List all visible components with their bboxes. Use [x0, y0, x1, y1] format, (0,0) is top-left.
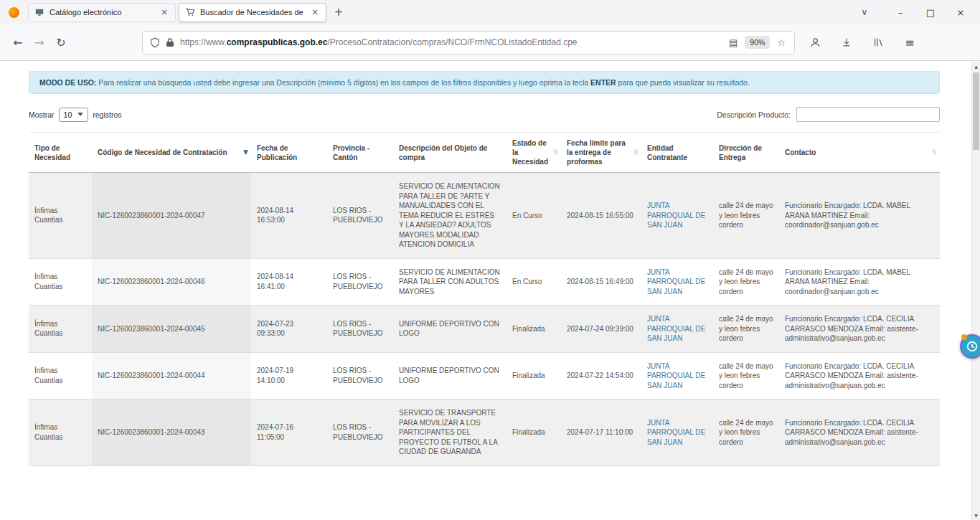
- cell-provincia: LOS RIOS - PUEBLOVIEJO: [327, 306, 393, 353]
- widget-badge: [961, 334, 967, 340]
- cell-descripcion: UNIFORME DEPORTIVO CON LOGO: [393, 306, 507, 353]
- account-icon[interactable]: [806, 34, 824, 51]
- catalogo-favicon-icon: [34, 7, 44, 17]
- cell-fecha_publicacion: 2024-08-14 16:53:00: [251, 173, 327, 259]
- tab-title: Catálogo electrónico: [50, 8, 154, 16]
- table-header-row: Tipo de NecesidadCódigo de Necesidad de …: [29, 133, 940, 173]
- cell-descripcion: SERVICIO DE ALIMENTACION PARA TALLER CON…: [393, 258, 507, 306]
- column-header[interactable]: Provincia - Cantón: [327, 133, 393, 173]
- scrollbar-thumb[interactable]: [973, 72, 979, 150]
- firefox-logo-icon[interactable]: [9, 7, 19, 18]
- column-header[interactable]: Dirección de Entrega: [713, 133, 779, 173]
- downloads-icon[interactable]: [838, 34, 855, 51]
- table-row: Ínfimas CuantiasNIC-1260023860001-2024-0…: [29, 352, 940, 400]
- cell-contacto: Funcionario Encargado: LCDA. CECILIA CAR…: [779, 306, 940, 353]
- cell-fecha_limite: 2024-08-15 16:49:00: [561, 258, 641, 306]
- banner-prefix: MODO DE USO:: [39, 78, 96, 87]
- column-header[interactable]: Código de Necesidad de Contratación▼: [92, 133, 251, 173]
- banner-text: para que pueda visualizar su resultado.: [616, 78, 750, 87]
- table-body: Ínfimas CuantiasNIC-1260023860001-2024-0…: [29, 173, 940, 466]
- cell-codigo: NIC-1260023860001-2024-00046: [92, 258, 251, 306]
- minimize-button[interactable]: –: [885, 1, 915, 24]
- cell-provincia: LOS RIOS - PUEBLOVIEJO: [327, 173, 393, 259]
- table-row: Ínfimas CuantiasNIC-1260023860001-2024-0…: [29, 306, 940, 353]
- cell-codigo: NIC-1260023860001-2024-00044: [92, 352, 251, 400]
- accessibility-widget-button[interactable]: [960, 334, 980, 359]
- cell-provincia: LOS RIOS - PUEBLOVIEJO: [327, 258, 393, 306]
- tracking-protection-shield-icon[interactable]: [150, 37, 160, 48]
- reader-mode-icon[interactable]: ▤: [727, 37, 739, 48]
- cell-entidad[interactable]: JUNTA PARROQUIAL DE SAN JUAN: [641, 400, 713, 466]
- new-tab-button[interactable]: +: [329, 3, 348, 22]
- banner-text: Para realizar una búsqueda usted debe in…: [96, 78, 590, 87]
- zoom-level-button[interactable]: 90%: [745, 36, 770, 49]
- navigation-toolbar: ← → ↻ https://www.compraspublicas.gob.ec…: [0, 24, 980, 61]
- usage-banner: MODO DE USO: Para realizar una búsqueda …: [29, 71, 940, 94]
- product-filter: Descripción Producto:: [717, 107, 940, 122]
- bookmark-star-icon[interactable]: ☆: [776, 37, 787, 48]
- show-label: Mostrar: [29, 110, 55, 119]
- cell-entidad[interactable]: JUNTA PARROQUIAL DE SAN JUAN: [641, 173, 713, 259]
- banner-enter-word: ENTER: [590, 78, 616, 87]
- cell-entidad[interactable]: JUNTA PARROQUIAL DE SAN JUAN: [641, 258, 713, 306]
- column-header[interactable]: Contacto⇅: [779, 133, 940, 173]
- vertical-scrollbar[interactable]: ▲ ▼: [971, 62, 980, 520]
- cell-entidad[interactable]: JUNTA PARROQUIAL DE SAN JUAN: [641, 352, 713, 400]
- maximize-button[interactable]: □: [915, 1, 946, 24]
- table-controls: Mostrar 10 registros Descripción Product…: [29, 107, 940, 122]
- cell-estado: En Curso: [507, 258, 561, 306]
- url-bar[interactable]: https://www.compraspublicas.gob.ec/Proce…: [142, 31, 795, 55]
- cell-direccion: calle 24 de mayo y leon febres cordero: [713, 352, 779, 400]
- sort-both-icon: ⇅: [931, 148, 937, 157]
- cell-direccion: calle 24 de mayo y leon febres cordero: [713, 258, 779, 306]
- tab-catalogo[interactable]: Catálogo electrónico ×: [28, 3, 176, 22]
- table-row: Ínfimas CuantiasNIC-1260023860001-2024-0…: [29, 400, 940, 466]
- results-table: Tipo de NecesidadCódigo de Necesidad de …: [29, 132, 940, 466]
- page-length-value: 10: [64, 110, 72, 119]
- cell-contacto: Funcionario Encargado: LCDA. CECILIA CAR…: [779, 352, 940, 400]
- cell-contacto: Funcionario Encargado: LCDA. CECILIA CAR…: [779, 400, 940, 466]
- column-header[interactable]: Fecha de Publicación: [251, 133, 327, 173]
- cell-direccion: calle 24 de mayo y leon febres cordero: [713, 306, 779, 353]
- page-length-select[interactable]: 10: [59, 108, 89, 122]
- cell-codigo: NIC-1260023860001-2024-00047: [92, 173, 251, 259]
- tab-title: Buscador de Necesidades de Co: [200, 8, 305, 16]
- cell-tipo: Ínfimas Cuantias: [29, 306, 92, 353]
- scroll-down-icon[interactable]: ▼: [972, 511, 980, 520]
- lock-icon[interactable]: [166, 37, 174, 47]
- list-all-tabs-chevron-icon[interactable]: ∨: [854, 2, 875, 22]
- page-content: MODO DE USO: Para realizar una búsqueda …: [0, 71, 980, 466]
- tab-buscador[interactable]: Buscador de Necesidades de Co ×: [179, 3, 326, 22]
- tab-close-icon[interactable]: ×: [159, 7, 169, 17]
- cell-fecha_publicacion: 2024-07-23 09:33:00: [251, 306, 327, 353]
- sort-both-icon: ⇅: [552, 148, 558, 157]
- table-row: Ínfimas CuantiasNIC-1260023860001-2024-0…: [29, 173, 940, 259]
- cell-estado: Finalizada: [507, 400, 561, 466]
- tab-bar: Catálogo electrónico × Buscador de Neces…: [0, 0, 980, 24]
- cell-entidad[interactable]: JUNTA PARROQUIAL DE SAN JUAN: [641, 306, 713, 353]
- cell-provincia: LOS RIOS - PUEBLOVIEJO: [327, 400, 393, 466]
- menu-hamburger-icon[interactable]: ≡: [901, 34, 918, 51]
- toolbar-right-icons: ≡: [806, 34, 918, 51]
- cell-fecha_publicacion: 2024-07-19 14:10:00: [251, 352, 327, 400]
- cell-fecha_limite: 2024-08-15 16:55:00: [561, 173, 641, 259]
- forward-button[interactable]: →: [29, 32, 50, 53]
- close-window-button[interactable]: ×: [946, 1, 976, 24]
- scroll-up-icon[interactable]: ▲: [972, 62, 980, 71]
- reload-button[interactable]: ↻: [50, 32, 72, 53]
- back-button[interactable]: ←: [7, 32, 29, 53]
- buscador-favicon-icon: [185, 7, 195, 17]
- column-header[interactable]: Entidad Contratante: [641, 133, 713, 173]
- library-icon[interactable]: [870, 34, 887, 51]
- registros-label: registros: [93, 110, 121, 119]
- cell-estado: En Curso: [507, 173, 561, 259]
- cell-descripcion: SERVICIO DE TRANSPORTE PARA MOVILIZAR A …: [393, 400, 507, 466]
- descripcion-producto-input[interactable]: [796, 107, 940, 122]
- column-header[interactable]: Estado de la Necesidad⇅: [507, 133, 561, 173]
- column-header[interactable]: Fecha límite para la entrega de proforma…: [561, 133, 641, 173]
- cell-fecha_limite: 2024-07-17 11:10:00: [561, 400, 641, 466]
- column-header[interactable]: Tipo de Necesidad: [29, 133, 92, 173]
- tab-close-icon[interactable]: ×: [310, 7, 320, 17]
- column-header[interactable]: Descripción del Objeto de compra: [393, 133, 507, 173]
- cell-tipo: Ínfimas Cuantias: [29, 258, 92, 306]
